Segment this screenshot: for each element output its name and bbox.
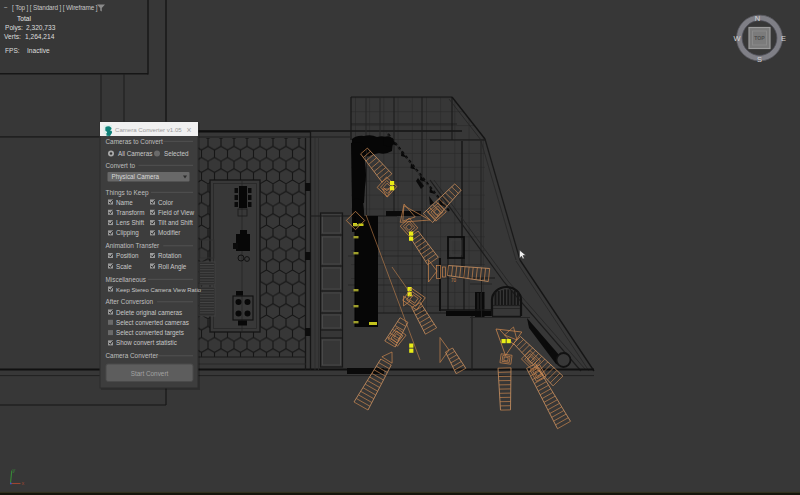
svg-text:After Conversion: After Conversion xyxy=(106,298,154,305)
svg-text:Transform: Transform xyxy=(116,209,144,216)
svg-text:TOP: TOP xyxy=(754,35,765,41)
svg-text:Cameras to Convert: Cameras to Convert xyxy=(106,138,163,145)
svg-text:Total: Total xyxy=(17,15,31,22)
svg-text:Lens Shift: Lens Shift xyxy=(116,219,144,226)
svg-text:2,320,733: 2,320,733 xyxy=(26,24,56,31)
svg-text:Polys:: Polys: xyxy=(5,24,23,32)
svg-text:70: 70 xyxy=(451,278,457,283)
svg-text:N: N xyxy=(755,14,760,23)
svg-text:1,264,214: 1,264,214 xyxy=(25,33,55,40)
svg-text:Verts:: Verts: xyxy=(4,33,21,40)
svg-text:E: E xyxy=(781,34,786,43)
svg-text:Physical Camera: Physical Camera xyxy=(112,173,160,181)
svg-text:Rotation: Rotation xyxy=(158,252,182,259)
svg-text:[ Top ] [ Standard ] [ Wirefra: [ Top ] [ Standard ] [ Wireframe ] xyxy=(12,4,98,12)
svg-text:Select converted targets: Select converted targets xyxy=(116,329,184,337)
svg-text:Camera Converter: Camera Converter xyxy=(106,352,159,359)
svg-text:Animation Transfer: Animation Transfer xyxy=(106,242,161,249)
svg-text:Select converted cameras: Select converted cameras xyxy=(116,319,189,326)
svg-text:Field of View: Field of View xyxy=(158,209,194,216)
svg-text:W: W xyxy=(733,34,741,43)
svg-text:Show convert statistic: Show convert statistic xyxy=(116,339,177,346)
svg-text:Selected: Selected xyxy=(164,150,189,157)
svg-text:Scale: Scale xyxy=(116,263,132,270)
svg-text:y: y xyxy=(13,467,16,473)
svg-text:All Cameras: All Cameras xyxy=(118,150,152,157)
svg-text:Color: Color xyxy=(158,199,173,206)
svg-text:Convert to: Convert to xyxy=(106,162,136,169)
svg-text:Roll Angle: Roll Angle xyxy=(158,263,187,271)
svg-text:Position: Position xyxy=(116,252,139,259)
svg-text:Name: Name xyxy=(116,199,133,206)
svg-text:Camera Converter v1.05: Camera Converter v1.05 xyxy=(115,126,182,133)
svg-text:Keep Stereo Camera View Ratio: Keep Stereo Camera View Ratio xyxy=(116,287,202,293)
svg-text:−: − xyxy=(4,4,8,11)
svg-text:Clipping: Clipping xyxy=(116,229,139,237)
svg-text:Start Convert: Start Convert xyxy=(131,370,169,377)
svg-text:Modifier: Modifier xyxy=(158,229,180,236)
svg-text:FPS:: FPS: xyxy=(5,47,20,54)
svg-text:Delete original cameras: Delete original cameras xyxy=(116,309,182,317)
svg-text:Things to Keep: Things to Keep xyxy=(106,189,149,197)
svg-text:x: x xyxy=(22,480,25,486)
svg-text:Tilt and Shift: Tilt and Shift xyxy=(158,219,193,226)
svg-text:Miscellaneous: Miscellaneous xyxy=(106,276,147,283)
svg-text:Inactive: Inactive xyxy=(27,47,50,54)
svg-text:S: S xyxy=(757,55,762,64)
svg-text:×: × xyxy=(187,125,192,135)
